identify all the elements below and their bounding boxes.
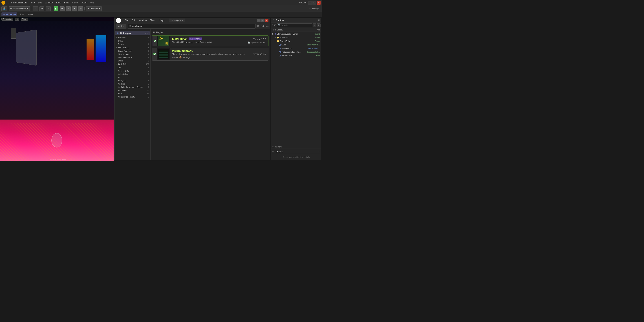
outliner-item-foliage[interactable]: ◻ InstancedFoliageActor InstancedFoli…: [271, 50, 321, 54]
outliner-item-starmusic[interactable]: ▷ 📁 StarMusic Folder: [271, 36, 321, 39]
sidebar-item-android-bg[interactable]: Android Background Service 1: [114, 86, 150, 89]
filter-icon[interactable]: ⊟: [272, 24, 274, 26]
search-input[interactable]: [132, 25, 254, 28]
tools-menu[interactable]: Tools: [149, 19, 157, 22]
item-name-foliage: InstancedFoliageActor: [282, 51, 308, 53]
save-button[interactable]: 💾: [2, 6, 7, 11]
menu-item-window[interactable]: Window: [44, 1, 54, 4]
sidebar-item-audio[interactable]: Audio 24: [114, 92, 150, 95]
settings-gear-icon[interactable]: ⚙: [257, 25, 259, 28]
outliner-settings-btn[interactable]: ⚙: [317, 24, 320, 27]
add-plugin-button[interactable]: + + Add: [116, 24, 126, 28]
builtin-section-header[interactable]: ▼ BUILT-IN 477: [114, 62, 150, 66]
sidebar-item-advertising[interactable]: Advertising 1: [114, 72, 150, 76]
sidebar-item-replay[interactable]: Replay 1: [114, 42, 150, 46]
settings-button[interactable]: ⚙ Settings: [308, 7, 320, 10]
maximize-button[interactable]: □: [312, 1, 316, 5]
show-button[interactable]: Show: [26, 12, 34, 16]
outliner-item-parentactor[interactable]: ◻ ParentActor Actor: [271, 54, 321, 57]
search-clear-icon[interactable]: ✕: [129, 25, 131, 27]
outliner-item-targetpoint[interactable]: 📁 TargetPoint Folder: [271, 39, 321, 43]
sidebar-item-ar[interactable]: Augmented Reality 8: [114, 95, 150, 98]
menu-item-actor[interactable]: Actor: [80, 1, 88, 4]
item-name-starmusic: StarMusic: [280, 36, 315, 38]
help-menu[interactable]: Help: [158, 19, 165, 22]
actor-count: 550 actors: [271, 145, 321, 148]
menu-item-tools[interactable]: Tools: [54, 1, 62, 4]
plugins-titlebar: U File Edit Window Tools Help 🔌 Plugins …: [114, 18, 270, 23]
menu-item-edit[interactable]: Edit: [36, 1, 43, 4]
item-type-starmusicstudio: World: [315, 33, 320, 35]
installed-section-header[interactable]: ▼ INSTALLED 5: [114, 46, 150, 50]
metahuman-checkbox[interactable]: [154, 40, 156, 42]
close-button[interactable]: ✕: [316, 1, 320, 5]
all-plugins-count: 400: [145, 32, 148, 34]
outliner-search-box: 🔍: [277, 24, 312, 27]
outliner-search-input[interactable]: [281, 24, 311, 26]
sidebar-item-2d[interactable]: 2D 1: [114, 66, 150, 69]
translate-button[interactable]: ↔: [33, 6, 38, 11]
outliner-close-button[interactable]: ✕: [318, 19, 320, 22]
inner-window-controls[interactable]: ─ □ ✕: [257, 19, 268, 22]
menu-item-file[interactable]: File: [30, 1, 36, 4]
sidebar-item-analytics[interactable]: Analytics 5: [114, 79, 150, 82]
selection-mode-button[interactable]: ⊕ Selection Mode ▾: [9, 6, 30, 11]
menu-item-help[interactable]: Help: [88, 1, 96, 4]
sidebar-item-android[interactable]: Android 3: [114, 82, 150, 86]
sidebar-item-other-project[interactable]: Other 7: [114, 39, 150, 42]
settings-label[interactable]: Settings: [261, 25, 268, 28]
folder-icon-2: 📁: [277, 40, 280, 42]
outliner-item-entryactor[interactable]: ◻ EntryActor1 Open EntryAc…: [271, 46, 321, 50]
sidebar-item-ai[interactable]: AI 8: [114, 76, 150, 79]
metahumansdk-checkbox[interactable]: [154, 53, 156, 55]
inner-minimize[interactable]: ─: [257, 19, 260, 22]
rotate-button[interactable]: ↻: [40, 6, 44, 11]
lit-button[interactable]: ☀ Lit: [18, 12, 26, 16]
outliner-item-starmusicstudio[interactable]: ▷ ◈ StarMusicStudio (Editor) World: [271, 32, 321, 36]
edit-menu[interactable]: Edit: [130, 19, 137, 22]
play-button[interactable]: ▶: [54, 6, 58, 11]
sidebar-item-other-installed[interactable]: Other 2: [114, 59, 150, 62]
col-header-type[interactable]: Type: [302, 29, 320, 31]
inner-maximize[interactable]: □: [261, 19, 264, 22]
all-plugins-results-label: All Plugins: [152, 31, 268, 34]
all-plugins-item[interactable]: ⊞ All Plugins 400: [115, 31, 150, 35]
sidebar-item-accessibility[interactable]: Accessibility 3: [114, 69, 150, 72]
eject-button[interactable]: ⏏: [72, 6, 77, 11]
menu-item-select[interactable]: Select: [71, 1, 80, 4]
item-type-starmusic: Folder: [315, 36, 320, 38]
file-menu[interactable]: File: [123, 19, 130, 22]
edit-button[interactable]: ✏ Edit: [172, 56, 178, 59]
col-header-label[interactable]: Item Label: [272, 29, 302, 31]
outliner-item-cube[interactable]: ◻ Cube StaticMeshAc…: [271, 43, 321, 46]
platforms-button[interactable]: ⊞ Platforms ▾: [86, 6, 102, 11]
metahuman-icon-area: [158, 36, 170, 46]
lit-label[interactable]: Lit: [15, 18, 19, 20]
plugins-tab-close[interactable]: ✕: [182, 20, 183, 22]
details-header: ✏ Details ✕: [272, 150, 320, 154]
window-controls[interactable]: ─ □ ✕: [308, 1, 320, 5]
details-close-button[interactable]: ✕: [318, 150, 320, 153]
sidebar-item-animation[interactable]: Animation 26: [114, 89, 150, 92]
sidebar-item-game-features[interactable]: Game Features 1: [114, 50, 150, 53]
package-button[interactable]: 📦 Package: [179, 56, 190, 59]
perspective-button[interactable]: 👁 Perspective: [2, 12, 17, 16]
more-button[interactable]: ⋯: [78, 6, 83, 11]
scale-button[interactable]: ⤢: [46, 6, 51, 11]
minimize-button[interactable]: ─: [308, 1, 312, 5]
inner-close[interactable]: ✕: [265, 19, 268, 22]
perspective-label[interactable]: Perspective: [2, 18, 13, 20]
app-logo: U: [2, 1, 6, 5]
window-menu[interactable]: Window: [138, 19, 148, 22]
project-section-header[interactable]: ▼ PROJECT 8: [114, 36, 150, 39]
stop-button[interactable]: ⏹: [60, 6, 64, 11]
show-label[interactable]: Show: [21, 18, 28, 20]
sidebar-item-metahuman[interactable]: MetaHuman 1: [114, 53, 150, 56]
pause-button[interactable]: ⏸: [66, 6, 71, 11]
sidebar-item-metahumansdk[interactable]: MetahumanSDK 1: [114, 56, 150, 59]
item-name-entryactor: EntryActor1: [282, 47, 307, 50]
menu-item-build[interactable]: Build: [63, 1, 70, 4]
plugins-tab[interactable]: 🔌 Plugins ✕: [169, 18, 185, 22]
outliner-add-btn[interactable]: +: [312, 24, 316, 27]
sort-icon[interactable]: ⊞: [274, 24, 276, 26]
